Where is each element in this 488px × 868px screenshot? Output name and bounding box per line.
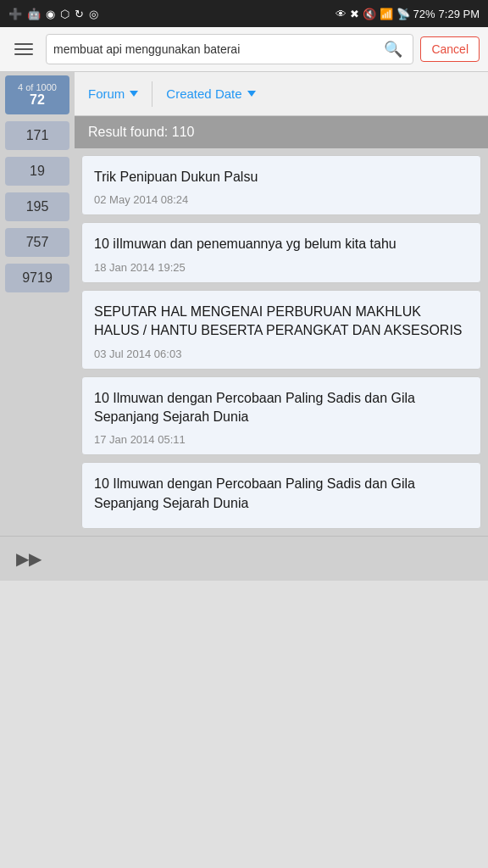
filter-bar: Forum Created Date [75,72,488,116]
sidebar-value-1: 171 [8,128,66,143]
forum-filter-tab[interactable]: Forum [75,72,152,115]
sidebar-item-4[interactable]: 757 [5,228,69,257]
menu-button[interactable] [8,34,39,64]
cancel-button[interactable]: Cancel [420,36,480,62]
left-sidebar: 4 of 1000 72 171 19 195 757 9719 [0,72,75,536]
nav-icon: ◎ [89,8,98,20]
main-layout: 4 of 1000 72 171 19 195 757 9719 Forum [0,72,488,536]
bottom-nav: ▶▶ [0,536,488,581]
result-card-3[interactable]: 10 Ilmuwan dengan Percobaan Paling Sadis… [81,376,481,456]
status-icons-right: 👁 ✖ 🔇 📶 📡 72% 7:29 PM [336,8,480,20]
status-icons-left: ➕ 🤖 ◉ ⬡ ↻ ◎ [8,8,98,20]
result-card-0[interactable]: Trik Penipuan Dukun Palsu 02 May 2014 08… [81,155,481,215]
results-list: Trik Penipuan Dukun Palsu 02 May 2014 08… [75,148,488,536]
result-title-4: 10 Ilmuwan dengan Percobaan Paling Sadis… [94,475,469,513]
add-icon: ➕ [8,8,22,20]
search-input[interactable] [53,42,380,56]
sidebar-item-5[interactable]: 9719 [5,264,69,292]
sidebar-item-2[interactable]: 19 [5,157,69,186]
forward-icon: ▶▶ [16,548,42,569]
status-bar: ➕ 🤖 ◉ ⬡ ↻ ◎ 👁 ✖ 🔇 📶 📡 72% 7:29 PM [0,0,488,27]
eye-icon: 👁 [336,8,347,20]
hamburger-icon [14,43,33,55]
right-content: Forum Created Date Result found: 110 Tri… [75,72,488,536]
next-nav-button[interactable]: ▶▶ [14,543,44,574]
created-date-filter-tab[interactable]: Created Date [152,72,269,115]
sidebar-value-4: 757 [8,235,66,250]
result-date-1: 18 Jan 2014 19:25 [94,261,469,274]
battery-percent: 72% [413,8,435,20]
sidebar-value-0: 72 [8,92,66,108]
sidebar-item-1[interactable]: 171 [5,121,69,150]
result-date-0: 02 May 2014 08:24 [94,193,469,206]
result-title-3: 10 Ilmuwan dengan Percobaan Paling Sadis… [94,389,469,427]
result-title-1: 10 iIlmuwan dan penemuannya yg belum kit… [94,235,469,253]
result-date-2: 03 Jul 2014 06:03 [94,348,469,360]
layers-icon: ⬡ [60,8,69,20]
search-bar: 🔍 Cancel [0,27,488,72]
search-input-wrapper: 🔍 [46,34,413,64]
sidebar-value-5: 9719 [8,270,66,286]
sidebar-count-label: 4 of 1000 [8,82,66,92]
result-card-2[interactable]: SEPUTAR HAL MENGENAI PERBURUAN MAKHLUK H… [81,290,481,370]
sidebar-item-3[interactable]: 195 [5,192,69,221]
result-card-4[interactable]: 10 Ilmuwan dengan Percobaan Paling Sadis… [81,462,481,529]
result-date-3: 17 Jan 2014 05:11 [94,433,469,446]
result-card-1[interactable]: 10 iIlmuwan dan penemuannya yg belum kit… [81,222,481,282]
created-date-filter-label: Created Date [166,86,241,101]
signal-icon: 📡 [396,8,410,20]
volume-off-icon: 🔇 [363,8,376,20]
sidebar-value-3: 195 [8,199,66,214]
sidebar-item-0[interactable]: 4 of 1000 72 [5,75,69,114]
wifi-icon: 📶 [380,8,393,20]
bbm-icon: ◉ [46,8,55,20]
android-icon: 🤖 [27,8,41,20]
result-count-text: Result found: 110 [88,125,194,139]
result-title-0: Trik Penipuan Dukun Palsu [94,168,469,186]
sidebar-value-2: 19 [8,164,66,179]
forum-filter-label: Forum [88,86,125,101]
created-date-filter-arrow [247,91,256,97]
bluetooth-off-icon: ✖ [350,8,359,20]
result-title-2: SEPUTAR HAL MENGENAI PERBURUAN MAKHLUK H… [94,303,469,341]
forum-filter-arrow [130,91,138,97]
refresh-icon: ↻ [75,8,84,20]
clock: 7:29 PM [439,8,480,20]
search-icon[interactable]: 🔍 [380,38,406,60]
result-header: Result found: 110 [75,116,488,148]
